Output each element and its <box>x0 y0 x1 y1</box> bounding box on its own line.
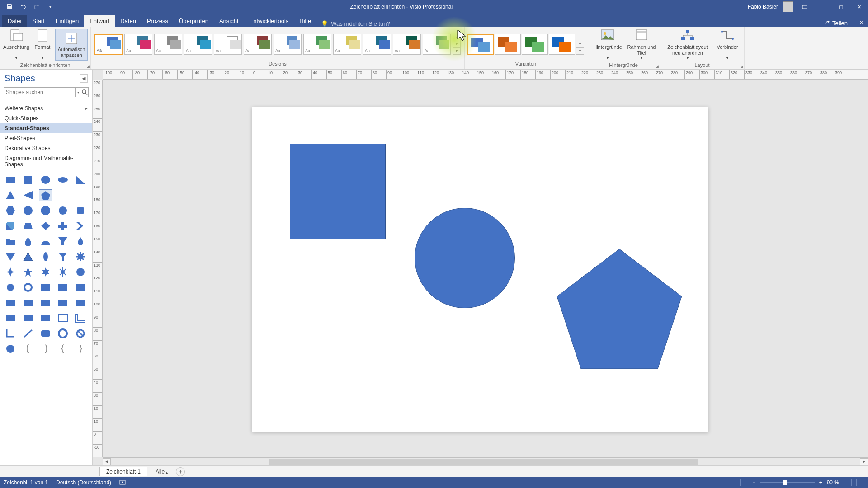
shape-cross[interactable] <box>56 220 70 232</box>
shape-bracket1[interactable] <box>21 343 35 355</box>
tab-file[interactable]: Datei <box>2 15 27 27</box>
theme-swatch[interactable]: Aa <box>333 34 361 55</box>
tab-view[interactable]: Ansicht <box>214 15 244 27</box>
tab-insert[interactable]: Einfügen <box>50 15 84 27</box>
launcher-icon[interactable]: ◢ <box>656 64 659 69</box>
zoom-out-icon[interactable]: − <box>753 479 756 486</box>
shape-triangle-left[interactable] <box>21 189 35 201</box>
scroll-left-icon[interactable]: ◀ <box>103 458 111 465</box>
theme-swatch[interactable]: Aa <box>303 34 331 55</box>
shape-box7[interactable] <box>56 297 70 309</box>
stencil-standard-shapes[interactable]: Standard-Shapes <box>0 123 92 133</box>
shape-right-triangle[interactable] <box>74 174 87 186</box>
shape-pentagon[interactable] <box>39 189 52 201</box>
shape-heptagon[interactable] <box>21 205 35 216</box>
shape-rounded[interactable] <box>39 328 52 339</box>
stencil-more-shapes[interactable]: Weitere Shapes <box>0 103 92 113</box>
shape-box5[interactable] <box>21 297 35 309</box>
shape-triangle[interactable] <box>4 189 17 201</box>
relayout-button[interactable]: Zeichenblattlayout neu anordnen ▾ <box>663 29 712 61</box>
theme-swatch[interactable]: Aa <box>363 34 391 55</box>
avatar[interactable] <box>783 1 793 12</box>
shape-rectangle[interactable] <box>4 174 17 186</box>
shape-dot[interactable] <box>4 282 17 293</box>
ribbon-display-icon[interactable] <box>798 2 811 11</box>
search-dropdown-icon[interactable]: ▾ <box>76 87 81 97</box>
tab-process[interactable]: Prozess <box>142 15 174 27</box>
shape-square[interactable] <box>21 174 35 186</box>
shape-instance-square[interactable] <box>290 144 386 239</box>
shape-chevron[interactable] <box>74 220 87 232</box>
drawing-page[interactable] <box>252 107 708 432</box>
autofit-button[interactable]: Automatisch anpassen <box>55 29 88 61</box>
shape-box8[interactable] <box>74 297 87 309</box>
tab-review[interactable]: Überprüfen <box>174 15 214 27</box>
shape-oval[interactable] <box>56 174 70 186</box>
shape-drop[interactable] <box>21 235 35 247</box>
shape-box3[interactable] <box>74 282 87 293</box>
maximize-icon[interactable]: ▢ <box>834 2 848 11</box>
theme-gallery-more[interactable]: ▴▾▾ <box>453 34 461 55</box>
search-icon[interactable] <box>81 87 89 97</box>
shape-cube[interactable] <box>4 220 17 232</box>
tab-help[interactable]: Hilfe <box>294 15 316 27</box>
page-tab[interactable]: Zeichenblatt-1 <box>99 467 147 476</box>
minimize-icon[interactable]: ─ <box>816 2 830 11</box>
shape-octagon[interactable] <box>39 205 52 216</box>
theme-swatch[interactable]: Aa <box>274 34 302 55</box>
shape-drop2[interactable] <box>74 235 87 247</box>
qat-customize-icon[interactable]: ▾ <box>45 2 55 12</box>
shape-burst[interactable] <box>74 266 87 278</box>
status-language[interactable]: Deutsch (Deutschland) <box>56 479 111 486</box>
zoom-level[interactable]: 90 % <box>827 479 839 486</box>
stencil-math-shapes[interactable]: Diagramm- und Mathematik-Shapes <box>0 153 92 169</box>
stencil-quick-shapes[interactable]: Quick-Shapes <box>0 113 92 123</box>
horizontal-scrollbar[interactable]: ◀ ▶ <box>103 457 868 465</box>
add-page-button[interactable]: ＋ <box>176 467 185 476</box>
shape-pyramid[interactable] <box>21 251 35 263</box>
theme-swatch[interactable]: Aa <box>184 34 212 55</box>
save-icon[interactable] <box>5 2 14 12</box>
all-pages-dropdown[interactable]: Alle ▴ <box>149 467 174 476</box>
shape-circle[interactable] <box>56 205 70 216</box>
shape-diamond[interactable] <box>39 220 52 232</box>
shape-star5[interactable] <box>21 266 35 278</box>
shape-funnel[interactable] <box>56 235 70 247</box>
drawing-canvas[interactable] <box>103 80 868 457</box>
theme-swatch[interactable]: Aa <box>214 34 242 55</box>
shape-trapezoid[interactable] <box>21 220 35 232</box>
shape-slash[interactable] <box>21 328 35 339</box>
shape-hexagon[interactable] <box>4 205 17 216</box>
theme-swatch[interactable]: Aa <box>124 34 152 55</box>
theme-swatch[interactable]: Aa <box>244 34 272 55</box>
shape-blank[interactable] <box>74 189 87 201</box>
shape-donut[interactable] <box>56 328 70 339</box>
shape-instance-circle[interactable] <box>415 208 515 308</box>
variant-swatch[interactable] <box>495 34 521 55</box>
shape-box2[interactable] <box>56 282 70 293</box>
share-button[interactable]: Teilen <box>824 19 854 27</box>
close-help-icon[interactable]: ✕ <box>854 18 868 27</box>
stencil-decorative-shapes[interactable]: Dekorative Shapes <box>0 143 92 153</box>
tab-start[interactable]: Start <box>27 15 50 27</box>
shape-box6[interactable] <box>39 297 52 309</box>
shape-ring[interactable] <box>21 282 35 293</box>
zoom-slider[interactable] <box>760 482 815 483</box>
variant-gallery-more[interactable]: ▴▾▾ <box>576 34 584 55</box>
shape-star4[interactable] <box>4 266 17 278</box>
collapse-panel-icon[interactable]: ◀ <box>80 74 88 83</box>
shape-box11[interactable] <box>39 312 52 324</box>
shape-gear[interactable] <box>74 251 87 263</box>
shape-corner[interactable] <box>74 312 87 324</box>
theme-swatch[interactable]: Aa <box>423 34 451 55</box>
launcher-icon[interactable]: ◢ <box>86 64 90 69</box>
shape-frame[interactable] <box>56 312 70 324</box>
shape-flag[interactable] <box>4 251 17 263</box>
variant-swatch[interactable] <box>467 34 494 55</box>
theme-swatch[interactable]: Aa <box>154 34 182 55</box>
scroll-right-icon[interactable]: ▶ <box>860 458 868 465</box>
shape-blank[interactable] <box>56 189 70 201</box>
fit-page-icon[interactable] <box>844 479 852 486</box>
shape-bracket2[interactable] <box>39 343 52 355</box>
shape-box1[interactable] <box>39 282 52 293</box>
